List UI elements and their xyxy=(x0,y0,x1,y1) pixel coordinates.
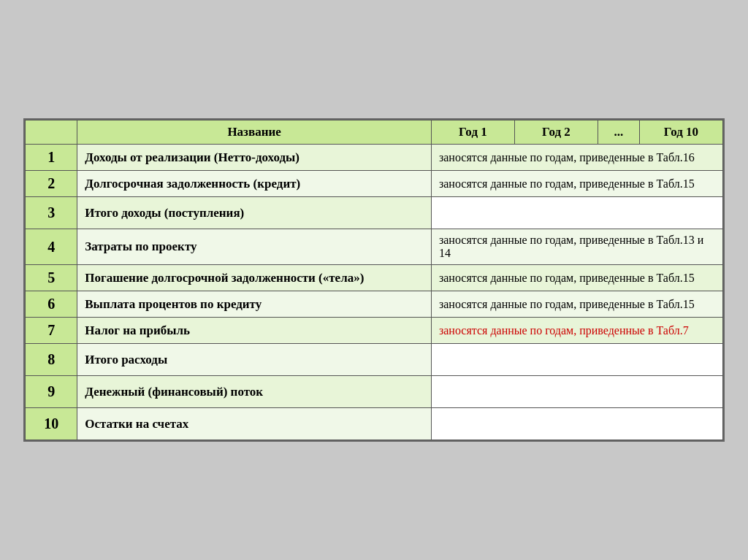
row-name: Выплата процентов по кредиту xyxy=(77,291,432,318)
row-number: 4 xyxy=(26,229,77,265)
row-year-cells xyxy=(431,376,722,408)
row-number: 1 xyxy=(26,145,77,171)
row-name: Остатки на счетах xyxy=(77,408,432,440)
row-data: заносятся данные по годам, приведенные в… xyxy=(431,265,722,291)
row-number: 6 xyxy=(26,291,77,318)
row-number: 10 xyxy=(26,408,77,440)
row-year-cells xyxy=(431,408,722,440)
row-name: Итого расходы xyxy=(77,344,432,376)
main-table-container: Название Год 1 Год 2 ... Год 10 1Доходы … xyxy=(23,118,725,442)
header-year10: Год 10 xyxy=(639,120,722,145)
row-name: Долгосрочная задолженность (кредит) xyxy=(77,171,432,197)
row-name: Итого доходы (поступления) xyxy=(77,197,432,229)
row-name: Денежный (финансовый) поток xyxy=(77,376,432,408)
header-name: Название xyxy=(77,120,432,145)
row-name: Доходы от реализации (Нетто-доходы) xyxy=(77,145,432,171)
row-data: заносятся данные по годам, приведенные в… xyxy=(431,291,722,318)
row-number: 3 xyxy=(26,197,77,229)
row-number: 8 xyxy=(26,344,77,376)
row-name: Затраты по проекту xyxy=(77,229,432,265)
row-number: 9 xyxy=(26,376,77,408)
financial-table: Название Год 1 Год 2 ... Год 10 1Доходы … xyxy=(25,120,723,440)
row-number: 7 xyxy=(26,318,77,344)
row-year-cells xyxy=(431,197,722,229)
header-year1: Год 1 xyxy=(431,120,514,145)
row-year-cells xyxy=(431,344,722,376)
header-num xyxy=(26,120,77,145)
row-number: 2 xyxy=(26,171,77,197)
row-name: Налог на прибыль xyxy=(77,318,432,344)
row-name: Погашение долгосрочной задолженности («т… xyxy=(77,265,432,291)
row-number: 5 xyxy=(26,265,77,291)
row-data: заносятся данные по годам, приведенные в… xyxy=(431,145,722,171)
header-dots: ... xyxy=(598,120,639,145)
header-year2: Год 2 xyxy=(514,120,598,145)
row-data: заносятся данные по годам, приведенные в… xyxy=(431,171,722,197)
row-data: заносятся данные по годам, приведенные в… xyxy=(431,229,722,265)
row-data: заносятся данные по годам, приведенные в… xyxy=(431,318,722,344)
